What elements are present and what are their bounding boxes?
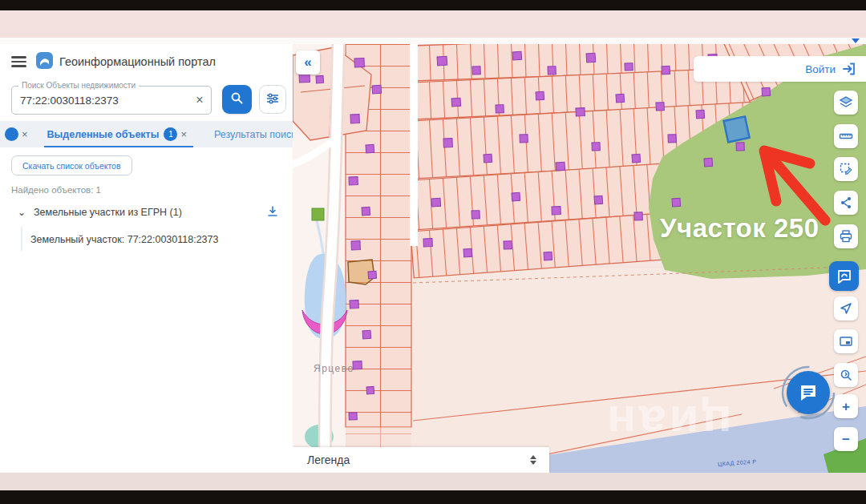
chat-icon: [797, 381, 819, 404]
navigation-arrow-icon: [839, 301, 853, 316]
search-location-icon: [839, 368, 853, 382]
minus-icon: −: [842, 433, 850, 446]
desktop-strip-bottom: [0, 473, 866, 490]
mini-map-icon: [839, 334, 853, 349]
selected-parcel-highlight[interactable]: [724, 116, 750, 142]
tab-strip: ◂ × Выделенные объекты 1 × Результаты по…: [0, 121, 293, 147]
overview-map-button[interactable]: [834, 329, 858, 353]
chat-button[interactable]: [787, 371, 830, 414]
legend-bar[interactable]: Легенда: [293, 447, 549, 473]
green-parcel: [312, 208, 324, 220]
layers-button[interactable]: [834, 91, 858, 115]
search-input[interactable]: [12, 94, 188, 107]
tab-count-badge: 1: [164, 127, 177, 141]
parcel-annotation-text: Участок 250: [660, 213, 819, 244]
page-title: Геоинформационный портал: [59, 55, 216, 68]
tune-icon: [266, 92, 279, 105]
result-item-row[interactable]: Земельный участок: 77:22:0030118:2373: [21, 227, 290, 251]
menu-icon[interactable]: [11, 56, 26, 67]
sidebar-panel: Геоинформационный портал Поиск Объекты н…: [0, 44, 293, 473]
result-group-row[interactable]: ⌄ Земельные участки из ЕГРН (1): [11, 203, 281, 222]
zoom-out-button[interactable]: −: [834, 427, 858, 451]
download-object-list-button[interactable]: Скачать список объектов: [11, 155, 132, 175]
search-button[interactable]: [222, 85, 252, 114]
legend-label: Легенда: [307, 454, 530, 466]
parcel-item-label: Земельный участок: 77:22:0030118:2373: [30, 234, 218, 245]
search-field-wrapper: Поиск Объекты недвижимости ×: [11, 86, 212, 115]
share-button[interactable]: [834, 191, 858, 215]
search-icon: [230, 91, 244, 105]
chevron-down-icon: ⌄: [18, 207, 26, 218]
search-coordinates-button[interactable]: [834, 363, 858, 387]
base-map: [293, 44, 866, 473]
measure-button[interactable]: [834, 124, 858, 148]
settlement-label: Ярцево: [314, 363, 354, 374]
download-icon[interactable]: [265, 204, 281, 220]
result-group-label: Земельные участки из ЕГРН (1): [34, 207, 265, 218]
locate-button[interactable]: [834, 296, 858, 321]
tab-selected-objects[interactable]: Выделенные объекты 1 ×: [42, 121, 195, 147]
edit-area-icon: [839, 162, 853, 176]
print-icon: [839, 229, 853, 244]
portal-logo: [36, 52, 53, 69]
layers-icon: [839, 95, 853, 110]
map-canvas[interactable]: циан Участок 250 Ярцево ЦКАД 2024 Р « Во…: [293, 44, 866, 473]
close-icon[interactable]: ×: [22, 128, 28, 140]
login-label: Войти: [805, 63, 836, 75]
share-icon: [839, 196, 853, 210]
login-icon: [842, 62, 856, 76]
tab-search-results[interactable]: Результаты поиска 1 ×: [209, 121, 293, 147]
plus-icon: +: [842, 400, 850, 413]
collapse-sidebar-button[interactable]: «: [296, 50, 320, 75]
watermark: циан: [604, 395, 731, 450]
chevron-down-icon: [852, 38, 860, 43]
hidden-tab-badge: [5, 127, 18, 141]
login-bar[interactable]: Войти: [694, 56, 866, 82]
ruler-icon: [839, 129, 853, 143]
zoom-in-button[interactable]: +: [834, 394, 858, 418]
feedback-bubble-icon: [836, 268, 853, 285]
search-settings-button[interactable]: [259, 85, 286, 114]
desktop-strip-top: [0, 10, 866, 38]
geo-portal-window: Геоинформационный портал Поиск Объекты н…: [0, 44, 866, 473]
page-top-edge: [0, 38, 866, 44]
expand-collapse-icon[interactable]: [530, 455, 536, 465]
clear-search-icon[interactable]: ×: [188, 89, 211, 111]
draw-area-button[interactable]: [834, 157, 858, 181]
found-objects-count: Найдено объектов: 1: [11, 185, 101, 195]
close-icon[interactable]: ×: [180, 128, 187, 140]
search-field-label: Поиск Объекты недвижимости: [18, 81, 139, 90]
print-button[interactable]: [834, 224, 858, 248]
feedback-button[interactable]: [829, 261, 859, 291]
